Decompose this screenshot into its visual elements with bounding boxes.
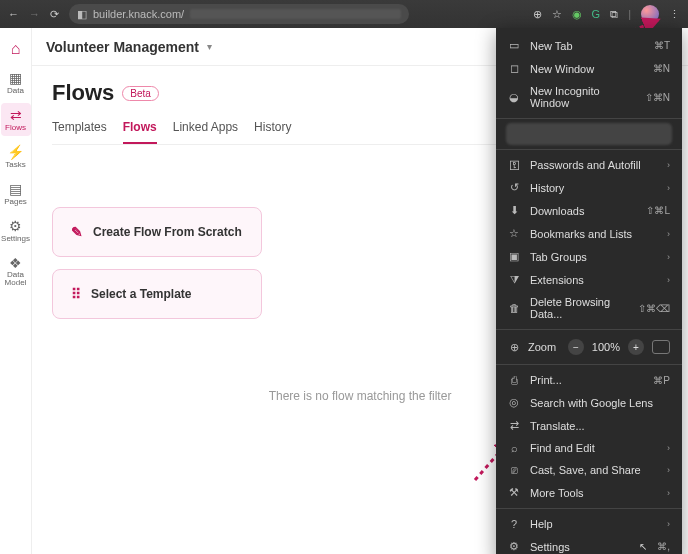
database-icon: ▦	[9, 70, 22, 86]
chevron-right-icon: ›	[667, 443, 670, 453]
menu-lens[interactable]: ◎Search with Google Lens	[496, 391, 682, 414]
flows-icon: ⇄	[10, 107, 22, 123]
select-template-card[interactable]: ⠿ Select a Template	[52, 269, 262, 319]
menu-find[interactable]: ⌕Find and Edit›	[496, 437, 682, 459]
gear-icon: ⚙	[9, 218, 22, 234]
nav-settings[interactable]: ⚙Settings	[1, 214, 31, 247]
zoom-value: 100%	[592, 341, 620, 353]
card-label: Create Flow From Scratch	[93, 225, 242, 239]
chevron-right-icon: ›	[667, 275, 670, 285]
chevron-right-icon: ›	[667, 519, 670, 529]
menu-extensions[interactable]: ⧩Extensions›	[496, 268, 682, 291]
address-bar[interactable]: ◧ builder.knack.com/	[69, 4, 409, 24]
ext1-icon[interactable]: ◉	[572, 8, 582, 21]
chrome-overflow-menu: ▭New Tab⌘T ◻New Window⌘N ◒New Incognito …	[496, 28, 682, 554]
chevron-down-icon[interactable]: ▾	[207, 41, 212, 52]
zoom-in-button[interactable]: +	[628, 339, 644, 355]
pencil-icon: ✎	[71, 224, 83, 240]
chevron-right-icon: ›	[667, 183, 670, 193]
search-icon[interactable]: ⊕	[533, 8, 542, 21]
incognito-icon: ◒	[508, 91, 520, 104]
menu-new-tab[interactable]: ▭New Tab⌘T	[496, 34, 682, 57]
profile-avatar[interactable]	[641, 5, 659, 23]
chevron-right-icon: ›	[667, 229, 670, 239]
chevron-right-icon: ›	[667, 252, 670, 262]
tab-icon: ▭	[508, 39, 520, 52]
reload-icon[interactable]: ⟳	[50, 8, 59, 21]
create-flow-card[interactable]: ✎ Create Flow From Scratch	[52, 207, 262, 257]
chevron-right-icon: ›	[667, 465, 670, 475]
extensions-icon[interactable]: ⧉	[610, 8, 618, 21]
find-icon: ⌕	[508, 442, 520, 454]
cast-icon: ⎚	[508, 464, 520, 476]
separator	[496, 508, 682, 509]
zoom-out-button[interactable]: −	[568, 339, 584, 355]
menu-new-window[interactable]: ◻New Window⌘N	[496, 57, 682, 80]
translate-icon: ⇄	[508, 419, 520, 432]
cursor-icon: ↖	[639, 541, 647, 552]
model-icon: ❖	[9, 255, 22, 271]
separator	[496, 364, 682, 365]
menu-settings[interactable]: ⚙Settings↖⌘,	[496, 535, 682, 554]
nav-data[interactable]: ▦Data	[1, 66, 31, 99]
chevron-right-icon: ›	[667, 488, 670, 498]
menu-zoom: ⊕ Zoom − 100% +	[496, 334, 682, 360]
menu-passwords[interactable]: ⚿Passwords and Autofill›	[496, 154, 682, 176]
nav-data-model[interactable]: ❖Data Model	[1, 251, 31, 292]
menu-translate[interactable]: ⇄Translate...	[496, 414, 682, 437]
download-icon: ⬇	[508, 204, 520, 217]
site-info-icon[interactable]: ◧	[77, 8, 87, 21]
nav-flows[interactable]: ⇄Flows	[1, 103, 31, 136]
browser-toolbar: ← → ⟳ ◧ builder.knack.com/ ⊕ ☆ ◉ G ⧉ | ⋮	[0, 0, 688, 28]
pages-icon: ▤	[9, 181, 22, 197]
window-icon: ◻	[508, 62, 520, 75]
menu-history[interactable]: ↺History›	[496, 176, 682, 199]
separator	[496, 149, 682, 150]
chevron-right-icon: ›	[667, 160, 670, 170]
lens-icon: ◎	[508, 396, 520, 409]
tasks-icon: ⚡	[7, 144, 24, 160]
back-icon[interactable]: ←	[8, 8, 19, 20]
menu-incognito[interactable]: ◒New Incognito Window⇧⌘N	[496, 80, 682, 114]
history-icon: ↺	[508, 181, 520, 194]
nav-tasks[interactable]: ⚡Tasks	[1, 140, 31, 173]
page-title: Flows	[52, 80, 114, 106]
url-redacted	[190, 9, 401, 19]
home-icon[interactable]: ⌂	[7, 36, 25, 62]
template-icon: ⠿	[71, 286, 81, 302]
gear-icon: ⚙	[508, 540, 520, 553]
beta-badge: Beta	[122, 86, 159, 101]
star-icon: ☆	[508, 227, 520, 240]
chrome-menu-icon[interactable]: ⋮	[669, 8, 680, 21]
print-icon: ⎙	[508, 374, 520, 386]
separator	[496, 329, 682, 330]
trash-icon: 🗑	[508, 302, 520, 314]
menu-help[interactable]: ?Help›	[496, 513, 682, 535]
menu-delete-data[interactable]: 🗑Delete Browsing Data...⇧⌘⌫	[496, 291, 682, 325]
menu-downloads[interactable]: ⬇Downloads⇧⌘L	[496, 199, 682, 222]
nav-pages[interactable]: ▤Pages	[1, 177, 31, 210]
menu-tab-groups[interactable]: ▣Tab Groups›	[496, 245, 682, 268]
tab-history[interactable]: History	[254, 120, 291, 144]
ext2-icon[interactable]: G	[592, 8, 601, 20]
fullscreen-button[interactable]	[652, 340, 670, 354]
card-label: Select a Template	[91, 287, 192, 301]
divider: |	[628, 8, 631, 20]
workspace-title[interactable]: Volunteer Management	[46, 39, 199, 55]
forward-icon[interactable]: →	[29, 8, 40, 20]
tab-templates[interactable]: Templates	[52, 120, 107, 144]
key-icon: ⚿	[508, 159, 520, 171]
tools-icon: ⚒	[508, 486, 520, 499]
menu-cast[interactable]: ⎚Cast, Save, and Share›	[496, 459, 682, 481]
tab-flows[interactable]: Flows	[123, 120, 157, 144]
puzzle-icon: ⧩	[508, 273, 520, 286]
menu-more-tools[interactable]: ⚒More Tools›	[496, 481, 682, 504]
separator	[496, 118, 682, 119]
account-row-blurred[interactable]	[506, 123, 672, 145]
menu-print[interactable]: ⎙Print...⌘P	[496, 369, 682, 391]
url-host: builder.knack.com/	[93, 8, 184, 20]
menu-bookmarks[interactable]: ☆Bookmarks and Lists›	[496, 222, 682, 245]
tabgroup-icon: ▣	[508, 250, 520, 263]
tab-linked-apps[interactable]: Linked Apps	[173, 120, 238, 144]
bookmark-icon[interactable]: ☆	[552, 8, 562, 21]
